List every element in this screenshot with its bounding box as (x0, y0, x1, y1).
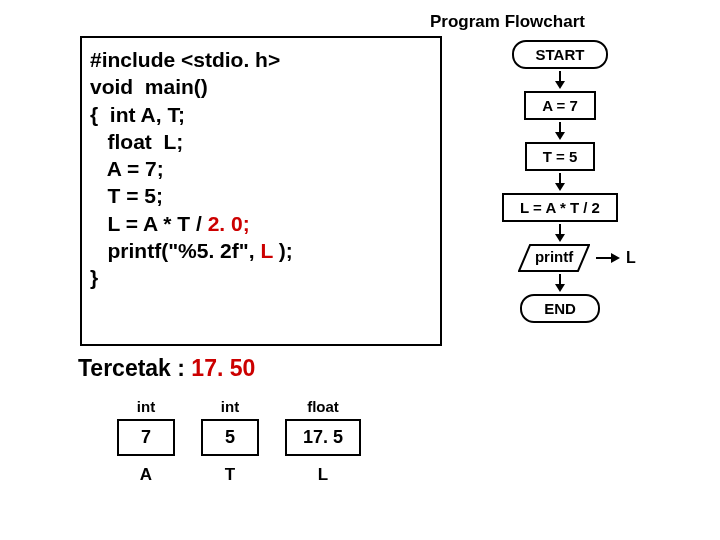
flow-node-t: T = 5 (525, 142, 596, 171)
output-line: Tercetak : 17. 50 (78, 355, 255, 382)
arrow-down-icon (460, 71, 660, 89)
var-table: int int float 7 5 17. 5 A T L (92, 395, 386, 488)
flow-io-label: printf (518, 248, 590, 265)
arrow-right-icon (596, 252, 620, 264)
code-line-7: L = A * T / 2. 0; (90, 210, 430, 237)
flow-io-output: L (626, 249, 636, 267)
col-type-t: int (200, 397, 260, 416)
flow-end: END (520, 294, 600, 323)
col-type-l: float (284, 397, 362, 416)
code-line-4: float L; (90, 128, 430, 155)
label-l: L (284, 459, 362, 486)
output-label: Tercetak : (78, 355, 191, 381)
code-line-3: { int A, T; (90, 101, 430, 128)
svg-marker-10 (611, 253, 620, 263)
code-line-5: A = 7; (90, 155, 430, 182)
flow-node-a: A = 7 (524, 91, 596, 120)
arrow-down-icon (460, 274, 660, 292)
code-line-6: T = 5; (90, 182, 430, 209)
label-a: A (116, 459, 176, 486)
code-var-red: L (260, 239, 272, 262)
svg-marker-3 (555, 132, 565, 140)
code-line-8: printf("%5. 2f", L ); (90, 237, 430, 264)
col-type-a: int (116, 397, 176, 416)
svg-marker-5 (555, 183, 565, 191)
code-line-2: void main() (90, 73, 430, 100)
code-block: #include <stdio. h> void main() { int A,… (80, 36, 442, 346)
arrow-down-icon (460, 173, 660, 191)
flow-node-l: L = A * T / 2 (502, 193, 618, 222)
cell-l: 17. 5 (285, 419, 361, 456)
flow-io-row: printf L (460, 244, 660, 272)
svg-marker-1 (555, 81, 565, 89)
code-literal-red: 2. 0; (208, 212, 250, 235)
cell-a: 7 (117, 419, 175, 456)
flowchart: START A = 7 T = 5 L = A * T / 2 printf L… (460, 40, 660, 323)
svg-marker-7 (555, 234, 565, 242)
svg-marker-12 (555, 284, 565, 292)
arrow-down-icon (460, 224, 660, 242)
code-line-9: } (90, 264, 430, 291)
flow-io-node: printf (518, 244, 590, 272)
label-t: T (200, 459, 260, 486)
arrow-down-icon (460, 122, 660, 140)
page-title: Program Flowchart (430, 12, 585, 32)
output-value: 17. 50 (191, 355, 255, 381)
cell-t: 5 (201, 419, 259, 456)
code-line-1: #include <stdio. h> (90, 46, 430, 73)
flow-start: START (512, 40, 609, 69)
